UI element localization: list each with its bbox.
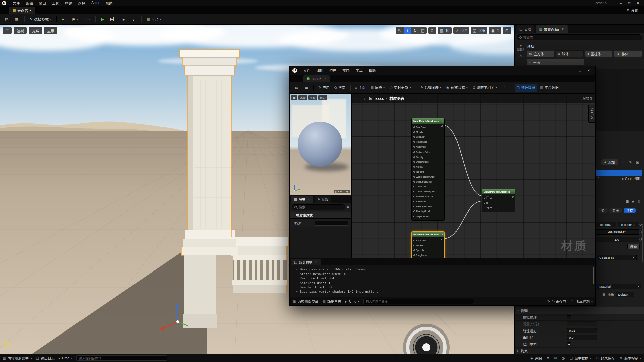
expand-icon[interactable]: ⊞ — [626, 200, 629, 203]
graph-map-icon[interactable]: ⊞ — [369, 96, 372, 101]
pin-circle-icon[interactable] — [413, 141, 415, 143]
edit-cpp-link[interactable]: 在C++中编辑 — [622, 176, 641, 181]
play-options-button[interactable]: ⋮ — [129, 15, 138, 23]
browse-content-button[interactable]: ▦ — [13, 15, 21, 23]
pin-circle-icon[interactable] — [413, 191, 415, 192]
quad-view-button[interactable]: ⊞ — [503, 27, 511, 34]
pin-circle-icon[interactable] — [413, 196, 415, 197]
pin-circle-icon[interactable] — [413, 186, 415, 187]
grid-snap-icon[interactable]: ▦ — [438, 27, 445, 34]
recent-rail-item[interactable]: ◷ — [520, 55, 522, 58]
scale-tool-button[interactable]: ◱ — [419, 27, 427, 34]
node-input-pin[interactable]: Normal — [412, 164, 444, 169]
preview-menu-button[interactable]: ☰ — [291, 95, 297, 100]
output-log-button[interactable]: ▤输出日志 — [322, 299, 341, 304]
menu-item[interactable]: Actor — [88, 1, 103, 6]
node-input-pin[interactable]: Alpha — [482, 205, 515, 210]
pin-circle-icon[interactable] — [413, 181, 415, 183]
search-input[interactable] — [523, 36, 639, 39]
node-input-pin[interactable]: ShadingModel — [412, 209, 444, 214]
maximize-button[interactable]: □ — [576, 68, 584, 73]
details-search[interactable] — [292, 204, 345, 210]
unsaved-indicator[interactable]: ↻14未保存 — [596, 356, 615, 361]
stats-content[interactable]: • Base pass shader: 166 instructions Sta… — [290, 265, 595, 297]
save-button[interactable]: ▤ — [292, 84, 301, 92]
console-input[interactable] — [366, 300, 472, 303]
platform-dropdown[interactable]: ▥ 平台 ▾ — [145, 15, 163, 23]
pin-circle-icon[interactable] — [413, 166, 415, 168]
node-input-pin[interactable]: Metallic — [412, 243, 444, 248]
breadcrumb-asset[interactable]: aaaa — [375, 96, 383, 100]
shape-cylinder-button[interactable]: ▮圆柱体 — [585, 50, 613, 57]
menu-item[interactable]: 文件 — [10, 1, 23, 6]
stats-scrollbar[interactable] — [593, 267, 594, 284]
material-editor-window[interactable]: U 文件编辑资产窗口工具帮助 – □ ✕ aaaa* ✕ ▤ ▦ ↻应用 搜索 … — [289, 66, 596, 306]
hide-unrelated-button[interactable]: ⊘隐藏不相关▾ — [471, 84, 499, 92]
tab-details[interactable]: ☰ 细节 ✕ — [291, 196, 313, 203]
shape-cube-button[interactable]: ▧立方体 — [527, 50, 554, 57]
menu-item[interactable]: 构建 — [62, 1, 75, 6]
pin-circle-icon[interactable] — [484, 207, 485, 208]
menu-item[interactable]: 选择 — [75, 1, 88, 6]
content-drawer-button[interactable]: ▦内容侧滑菜单▴ — [3, 356, 32, 361]
lit-mode-dropdown[interactable]: 光照 — [29, 27, 42, 34]
node-input-pin[interactable]: A — [482, 195, 515, 200]
mobility-movable-button[interactable]: 移动 — [627, 244, 640, 249]
browse-button[interactable]: ▦ — [302, 84, 310, 92]
menu-item[interactable]: 帮助 — [366, 68, 379, 73]
location-x-field[interactable]: 816084 — [594, 222, 616, 227]
node-header[interactable]: BlendMaterialAttributes ▾ — [482, 189, 515, 194]
material-expressions-header[interactable]: ▾ 材质表达式 — [290, 212, 351, 219]
shape-cone-button[interactable]: ▲锥体 — [614, 50, 642, 57]
lock-icon[interactable]: ▣ — [636, 160, 639, 164]
node-input-pin[interactable]: EmissiveColor — [412, 149, 444, 155]
more-options-button[interactable]: ⋮ — [500, 84, 508, 92]
preview-sphere-icon[interactable]: ● — [338, 190, 339, 193]
rotation-field[interactable]: -89.999999° — [594, 229, 639, 235]
node-input-pin[interactable]: Tangent — [412, 169, 444, 174]
palette-collapsed-tab[interactable]: 调色板 — [588, 105, 595, 123]
pin-circle-icon[interactable] — [413, 146, 415, 148]
pin-circle-icon[interactable] — [413, 136, 415, 138]
close-button[interactable]: ✕ — [634, 0, 642, 6]
scale-field[interactable]: 1.0 — [594, 237, 639, 242]
make-material-attributes-node-selected[interactable]: MakeMaterialAttributes ▾ BaseColor Metal… — [411, 231, 445, 258]
camera-speed-value[interactable]: 1 — [497, 29, 501, 33]
node-input-pin[interactable]: ClearCoatRoughness — [412, 189, 444, 194]
rotate-tool-button[interactable]: ↻ — [411, 27, 419, 34]
console-input-box[interactable] — [76, 355, 167, 361]
material-preview-viewport[interactable]: ☰ 透视 光照 显示 ▮ ● ■ ▭ ◆ — [290, 94, 351, 195]
filter-tab[interactable]: 流送 — [609, 208, 622, 213]
clean-graph-button[interactable]: ✎清理图表▾ — [419, 84, 443, 92]
pin-circle-icon[interactable] — [484, 197, 485, 199]
chevron-down-icon[interactable]: ▾ — [512, 191, 513, 193]
select-tool-button[interactable]: ↖ — [396, 27, 404, 34]
material-titlebar[interactable]: U 文件编辑资产窗口工具帮助 – □ ✕ — [290, 66, 595, 75]
forward-icon[interactable]: → — [362, 96, 366, 101]
pin-circle-icon[interactable] — [413, 216, 415, 217]
filter-tab-all[interactable]: 所有 — [624, 208, 636, 213]
description-field[interactable] — [315, 221, 348, 226]
node-input-pin[interactable]: Opacity — [412, 155, 444, 160]
pin-circle-icon[interactable] — [413, 201, 415, 202]
home-button[interactable]: ⌂主页 — [353, 84, 367, 92]
pin-circle-icon[interactable] — [413, 245, 415, 246]
node-input-pin[interactable]: Metallic — [412, 130, 444, 135]
menu-item[interactable]: 帮助 — [103, 1, 116, 6]
menu-item[interactable]: 工具 — [353, 68, 366, 73]
close-icon[interactable]: ✕ — [324, 77, 326, 80]
console-input[interactable] — [79, 356, 165, 360]
settings-button[interactable]: ⚙ 设置 ▾ — [627, 6, 644, 14]
maximize-button[interactable]: □ — [625, 0, 633, 6]
minimize-button[interactable]: – — [567, 68, 575, 73]
import-icon[interactable]: ⊞ — [622, 160, 625, 164]
pin-circle-icon[interactable] — [413, 254, 415, 256]
output-log-button[interactable]: ▤输出日志 — [36, 356, 54, 361]
material-graph[interactable]: ← → ⊞ aaaa › 材质图表 缩放-3 调色板 材质 — [352, 94, 595, 258]
node-header[interactable]: MakeMaterialAttributes ▾ — [412, 118, 444, 124]
content-drawer-button[interactable]: ▦内容侧滑菜单 — [292, 299, 318, 304]
clock-icon[interactable]: ◷ — [562, 356, 565, 360]
scale-snap-icon[interactable]: ◱ — [471, 27, 478, 34]
node-header[interactable]: MakeMaterialAttributes ▾ — [412, 232, 444, 237]
expand-icon[interactable]: ⊞ — [347, 205, 350, 209]
